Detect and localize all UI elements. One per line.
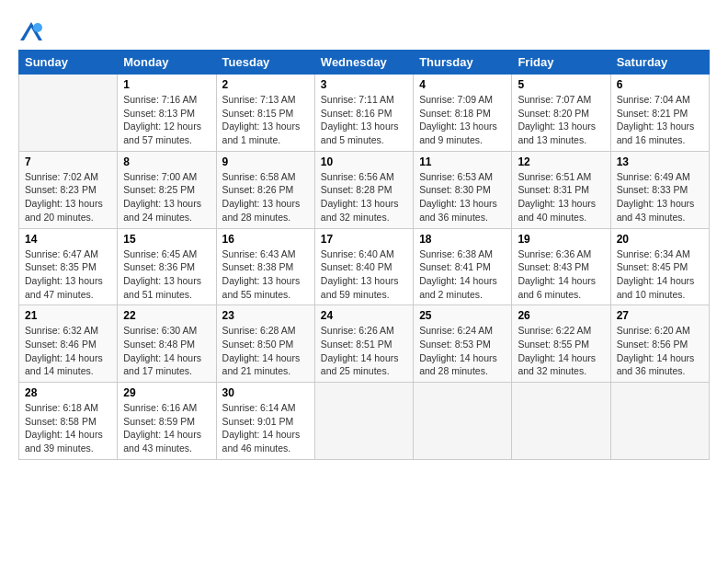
calendar-cell: 20Sunrise: 6:34 AM Sunset: 8:45 PM Dayli… <box>610 228 709 305</box>
day-number: 30 <box>222 386 309 399</box>
col-saturday: Saturday <box>610 51 709 75</box>
day-info: Sunrise: 7:11 AM Sunset: 8:16 PM Dayligh… <box>321 93 407 147</box>
day-info: Sunrise: 7:16 AM Sunset: 8:13 PM Dayligh… <box>123 93 210 147</box>
day-number: 3 <box>321 78 407 91</box>
calendar-cell <box>414 383 512 460</box>
day-number: 28 <box>25 386 111 399</box>
calendar-cell: 10Sunrise: 6:56 AM Sunset: 8:28 PM Dayli… <box>314 151 413 228</box>
calendar-cell <box>314 383 413 460</box>
calendar-cell: 15Sunrise: 6:45 AM Sunset: 8:36 PM Dayli… <box>118 228 216 305</box>
day-number: 17 <box>321 233 407 246</box>
calendar-table: Sunday Monday Tuesday Wednesday Thursday… <box>18 50 710 460</box>
day-info: Sunrise: 6:47 AM Sunset: 8:35 PM Dayligh… <box>25 247 111 302</box>
calendar-week-3: 14Sunrise: 6:47 AM Sunset: 8:35 PM Dayli… <box>19 228 710 305</box>
calendar-cell: 25Sunrise: 6:24 AM Sunset: 8:53 PM Dayli… <box>414 305 512 383</box>
calendar-header: Sunday Monday Tuesday Wednesday Thursday… <box>19 51 710 75</box>
calendar-cell: 5Sunrise: 7:07 AM Sunset: 8:20 PM Daylig… <box>512 75 610 152</box>
calendar-cell: 19Sunrise: 6:36 AM Sunset: 8:43 PM Dayli… <box>512 228 610 305</box>
day-number: 10 <box>321 155 407 168</box>
col-monday: Monday <box>118 51 216 75</box>
calendar-cell: 2Sunrise: 7:13 AM Sunset: 8:15 PM Daylig… <box>216 75 314 152</box>
calendar-cell: 7Sunrise: 7:02 AM Sunset: 8:23 PM Daylig… <box>19 151 118 228</box>
day-info: Sunrise: 6:26 AM Sunset: 8:51 PM Dayligh… <box>321 324 407 378</box>
day-number: 16 <box>222 233 309 246</box>
main-container: Sunday Monday Tuesday Wednesday Thursday… <box>0 0 728 469</box>
calendar-cell: 8Sunrise: 7:00 AM Sunset: 8:25 PM Daylig… <box>118 151 216 228</box>
day-info: Sunrise: 6:58 AM Sunset: 8:26 PM Dayligh… <box>222 170 309 224</box>
day-info: Sunrise: 6:24 AM Sunset: 8:53 PM Dayligh… <box>419 324 506 378</box>
calendar-cell: 26Sunrise: 6:22 AM Sunset: 8:55 PM Dayli… <box>512 305 610 383</box>
calendar-cell: 24Sunrise: 6:26 AM Sunset: 8:51 PM Dayli… <box>314 305 413 383</box>
day-number: 27 <box>617 309 703 322</box>
day-info: Sunrise: 7:04 AM Sunset: 8:21 PM Dayligh… <box>617 93 703 147</box>
day-info: Sunrise: 7:09 AM Sunset: 8:18 PM Dayligh… <box>419 93 506 147</box>
day-number: 13 <box>617 155 703 168</box>
day-number: 11 <box>419 155 506 168</box>
col-friday: Friday <box>512 51 610 75</box>
day-number: 12 <box>518 155 604 168</box>
calendar-cell: 27Sunrise: 6:20 AM Sunset: 8:56 PM Dayli… <box>610 305 709 383</box>
day-number: 9 <box>222 155 309 168</box>
svg-point-2 <box>33 23 42 32</box>
calendar-cell: 22Sunrise: 6:30 AM Sunset: 8:48 PM Dayli… <box>118 305 216 383</box>
col-wednesday: Wednesday <box>314 51 413 75</box>
day-number: 14 <box>25 233 111 246</box>
day-number: 4 <box>419 78 506 91</box>
day-number: 2 <box>222 78 309 91</box>
day-number: 29 <box>123 386 210 399</box>
day-info: Sunrise: 7:02 AM Sunset: 8:23 PM Dayligh… <box>25 170 111 224</box>
calendar-cell: 4Sunrise: 7:09 AM Sunset: 8:18 PM Daylig… <box>414 75 512 152</box>
calendar-cell: 3Sunrise: 7:11 AM Sunset: 8:16 PM Daylig… <box>314 75 413 152</box>
day-number: 22 <box>123 309 210 322</box>
day-info: Sunrise: 6:20 AM Sunset: 8:56 PM Dayligh… <box>617 324 703 378</box>
day-info: Sunrise: 6:14 AM Sunset: 9:01 PM Dayligh… <box>222 401 309 455</box>
logo-icon <box>18 20 44 46</box>
header <box>18 17 710 46</box>
calendar-cell: 12Sunrise: 6:51 AM Sunset: 8:31 PM Dayli… <box>512 151 610 228</box>
calendar-cell <box>512 383 610 460</box>
day-number: 15 <box>123 233 210 246</box>
day-number: 18 <box>419 233 506 246</box>
calendar-cell: 16Sunrise: 6:43 AM Sunset: 8:38 PM Dayli… <box>216 228 314 305</box>
day-info: Sunrise: 6:56 AM Sunset: 8:28 PM Dayligh… <box>321 170 407 224</box>
day-info: Sunrise: 6:40 AM Sunset: 8:40 PM Dayligh… <box>321 247 407 302</box>
day-number: 6 <box>617 78 703 91</box>
day-number: 19 <box>518 233 604 246</box>
day-info: Sunrise: 7:00 AM Sunset: 8:25 PM Dayligh… <box>123 170 210 224</box>
header-row: Sunday Monday Tuesday Wednesday Thursday… <box>19 51 710 75</box>
calendar-week-2: 7Sunrise: 7:02 AM Sunset: 8:23 PM Daylig… <box>19 151 710 228</box>
calendar-cell: 6Sunrise: 7:04 AM Sunset: 8:21 PM Daylig… <box>610 75 709 152</box>
day-number: 8 <box>123 155 210 168</box>
day-number: 1 <box>123 78 210 91</box>
day-info: Sunrise: 6:49 AM Sunset: 8:33 PM Dayligh… <box>617 170 703 224</box>
calendar-cell: 11Sunrise: 6:53 AM Sunset: 8:30 PM Dayli… <box>414 151 512 228</box>
calendar-cell <box>19 75 118 152</box>
day-info: Sunrise: 7:13 AM Sunset: 8:15 PM Dayligh… <box>222 93 309 147</box>
col-sunday: Sunday <box>19 51 118 75</box>
calendar-cell: 9Sunrise: 6:58 AM Sunset: 8:26 PM Daylig… <box>216 151 314 228</box>
day-number: 25 <box>419 309 506 322</box>
day-info: Sunrise: 7:07 AM Sunset: 8:20 PM Dayligh… <box>518 93 604 147</box>
calendar-cell <box>610 383 709 460</box>
calendar-cell: 30Sunrise: 6:14 AM Sunset: 9:01 PM Dayli… <box>216 383 314 460</box>
calendar-week-5: 28Sunrise: 6:18 AM Sunset: 8:58 PM Dayli… <box>19 383 710 460</box>
day-number: 20 <box>617 233 703 246</box>
col-thursday: Thursday <box>414 51 512 75</box>
day-number: 26 <box>518 309 604 322</box>
day-info: Sunrise: 6:22 AM Sunset: 8:55 PM Dayligh… <box>518 324 604 378</box>
day-info: Sunrise: 6:32 AM Sunset: 8:46 PM Dayligh… <box>25 324 111 378</box>
calendar-body: 1Sunrise: 7:16 AM Sunset: 8:13 PM Daylig… <box>19 75 710 460</box>
calendar-week-4: 21Sunrise: 6:32 AM Sunset: 8:46 PM Dayli… <box>19 305 710 383</box>
col-tuesday: Tuesday <box>216 51 314 75</box>
day-info: Sunrise: 6:45 AM Sunset: 8:36 PM Dayligh… <box>123 247 210 302</box>
logo <box>18 20 48 46</box>
calendar-cell: 29Sunrise: 6:16 AM Sunset: 8:59 PM Dayli… <box>118 383 216 460</box>
calendar-cell: 28Sunrise: 6:18 AM Sunset: 8:58 PM Dayli… <box>19 383 118 460</box>
day-number: 24 <box>321 309 407 322</box>
day-number: 21 <box>25 309 111 322</box>
calendar-cell: 18Sunrise: 6:38 AM Sunset: 8:41 PM Dayli… <box>414 228 512 305</box>
day-info: Sunrise: 6:34 AM Sunset: 8:45 PM Dayligh… <box>617 247 703 302</box>
calendar-cell: 21Sunrise: 6:32 AM Sunset: 8:46 PM Dayli… <box>19 305 118 383</box>
calendar-cell: 17Sunrise: 6:40 AM Sunset: 8:40 PM Dayli… <box>314 228 413 305</box>
calendar-cell: 13Sunrise: 6:49 AM Sunset: 8:33 PM Dayli… <box>610 151 709 228</box>
